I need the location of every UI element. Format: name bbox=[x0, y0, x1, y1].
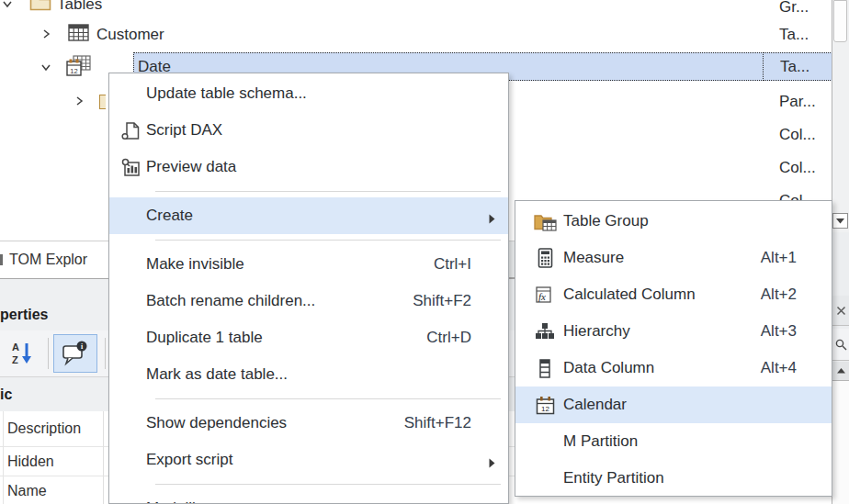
menu-item-label: Calculated Column bbox=[563, 286, 696, 304]
submenu-arrow-icon bbox=[489, 454, 495, 473]
property-name: Description bbox=[7, 420, 81, 437]
grid-left-line bbox=[3, 411, 4, 504]
close-button[interactable] bbox=[832, 296, 849, 326]
menu-item-preview-data[interactable]: Preview data bbox=[109, 149, 508, 185]
tree-row-date[interactable]: 12 bbox=[0, 51, 91, 84]
toolbar-separator bbox=[48, 338, 49, 369]
type-label: Par... bbox=[779, 91, 816, 113]
svg-text:12: 12 bbox=[70, 66, 77, 74]
menu-item-label: Export script bbox=[146, 451, 232, 469]
menu-item-label: Preview data bbox=[146, 158, 236, 176]
menu-item-label: Entity Partition bbox=[563, 469, 664, 487]
menu-item-label: Show dependencies bbox=[146, 414, 287, 432]
properties-title: perties bbox=[0, 307, 48, 323]
sort-az-icon: A Z bbox=[11, 341, 35, 366]
tab-label: TOM Explor bbox=[9, 252, 87, 268]
selected-cell-type[interactable]: Ta... bbox=[763, 52, 832, 81]
type-label: Ta... bbox=[779, 24, 809, 46]
property-name: Hidden bbox=[7, 454, 54, 470]
submenu-item-data-column[interactable]: Data Column Alt+4 bbox=[515, 350, 832, 386]
properties-scrollbar-track[interactable] bbox=[832, 381, 849, 504]
menu-item-label: Mark as date table... bbox=[146, 365, 288, 384]
submenu-item-measure[interactable]: Measure Alt+1 bbox=[515, 240, 832, 276]
type-label: Gr... bbox=[779, 0, 809, 18]
chevron-down-icon[interactable] bbox=[40, 59, 51, 77]
submenu-item-hierarchy[interactable]: Hierarchy Alt+3 bbox=[515, 313, 832, 350]
triangle-up-icon bbox=[837, 368, 845, 374]
submenu-item-calendar[interactable]: 12 Calendar bbox=[515, 386, 832, 423]
menu-item-batch-rename-children[interactable]: Batch rename children... Shift+F2 bbox=[109, 283, 508, 319]
menu-item-export-script[interactable]: Export script bbox=[109, 442, 508, 478]
submenu-item-m-partition[interactable]: M Partition bbox=[515, 423, 832, 460]
hierarchy-icon bbox=[521, 323, 563, 340]
submenu-item-entity-partition[interactable]: Entity Partition bbox=[515, 460, 832, 497]
type-label: Ta... bbox=[780, 58, 809, 76]
table-group-icon bbox=[521, 212, 563, 231]
tree-label[interactable]: Customer bbox=[96, 26, 164, 44]
menu-shortcut: Ctrl+I bbox=[434, 255, 508, 274]
sort-az-button[interactable]: A Z bbox=[5, 336, 41, 371]
script-dax-icon bbox=[115, 121, 146, 140]
date-table-icon: 12 bbox=[66, 55, 91, 82]
comment-info-icon: i bbox=[62, 341, 89, 366]
menu-item-label: Table Group bbox=[563, 212, 649, 230]
create-submenu: Table Group Measure Alt+1 bbox=[515, 200, 832, 497]
menu-item-duplicate-table[interactable]: Duplicate 1 table Ctrl+D bbox=[109, 319, 508, 356]
grid-column-divider bbox=[103, 411, 104, 504]
menu-separator bbox=[109, 185, 508, 197]
menu-item-label: Data Column bbox=[563, 359, 654, 377]
menu-item-label: Script DAX bbox=[146, 121, 222, 140]
menu-shortcut: Alt+3 bbox=[761, 322, 832, 341]
svg-text:A: A bbox=[12, 342, 19, 353]
submenu-item-calculated-column[interactable]: fx Calculated Column Alt+2 bbox=[515, 276, 832, 313]
svg-text:Z: Z bbox=[12, 354, 18, 365]
menu-item-update-table-schema[interactable]: Update table schema... bbox=[109, 75, 508, 112]
menu-shortcut: Alt+4 bbox=[761, 359, 832, 377]
scroll-up-button[interactable] bbox=[832, 362, 849, 381]
search-button[interactable] bbox=[832, 329, 849, 361]
menu-item-label: Batch rename children... bbox=[146, 292, 315, 310]
submenu-arrow-icon bbox=[489, 210, 495, 229]
type-label: Col... bbox=[779, 157, 816, 179]
menu-item-label: Update table schema... bbox=[146, 84, 307, 103]
menu-item-script-dax[interactable]: Script DAX bbox=[109, 112, 508, 149]
calendar-icon: 12 bbox=[521, 396, 563, 415]
menu-item-label: Make invisible bbox=[146, 255, 244, 274]
menu-item-label: Hierarchy bbox=[563, 322, 630, 341]
comment-info-button[interactable]: i bbox=[53, 334, 97, 373]
menu-item-label: Create bbox=[146, 207, 193, 225]
chevron-right-icon[interactable] bbox=[74, 93, 85, 111]
menu-item-modelling[interactable]: Modelling bbox=[109, 490, 508, 504]
menu-item-create[interactable]: Create bbox=[109, 197, 508, 234]
tree-label[interactable]: Tables bbox=[57, 0, 102, 14]
menu-item-make-invisible[interactable]: Make invisible Ctrl+I bbox=[109, 246, 508, 283]
menu-item-label: M Partition bbox=[563, 432, 638, 451]
submenu-item-table-group[interactable]: Table Group bbox=[515, 203, 832, 240]
svg-text:fx: fx bbox=[538, 291, 546, 302]
scroll-down-button[interactable] bbox=[832, 213, 848, 229]
table-context-menu: Update table schema... Script DAX bbox=[108, 73, 509, 504]
chevron-right-icon[interactable] bbox=[40, 26, 51, 44]
folder-icon bbox=[99, 95, 106, 109]
data-column-icon bbox=[521, 359, 563, 378]
menu-item-label: Calendar bbox=[563, 396, 627, 414]
triangle-down-icon bbox=[836, 218, 844, 224]
category-label: ic bbox=[0, 386, 12, 403]
calculated-column-icon: fx bbox=[521, 286, 563, 304]
svg-text:12: 12 bbox=[541, 405, 549, 413]
property-name: Name bbox=[7, 483, 47, 499]
app-screen: Tables Customer bbox=[0, 0, 849, 504]
tree-row-customer[interactable]: Customer bbox=[0, 18, 164, 51]
tree-row-date-child[interactable] bbox=[0, 85, 106, 118]
preview-data-icon bbox=[115, 158, 146, 177]
menu-item-mark-as-date-table[interactable]: Mark as date table... bbox=[109, 356, 508, 393]
measure-icon bbox=[521, 248, 563, 268]
chevron-down-icon[interactable] bbox=[2, 0, 13, 14]
menu-item-show-dependencies[interactable]: Show dependencies Shift+F12 bbox=[109, 405, 508, 442]
menu-shortcut: Shift+F12 bbox=[404, 414, 508, 432]
menu-shortcut: Ctrl+D bbox=[426, 329, 508, 347]
tree-scrollbar-thumb[interactable] bbox=[833, 0, 847, 42]
menu-shortcut: Alt+2 bbox=[761, 286, 832, 304]
menu-shortcut: Alt+1 bbox=[761, 249, 832, 267]
menu-item-label: Measure bbox=[563, 249, 624, 267]
